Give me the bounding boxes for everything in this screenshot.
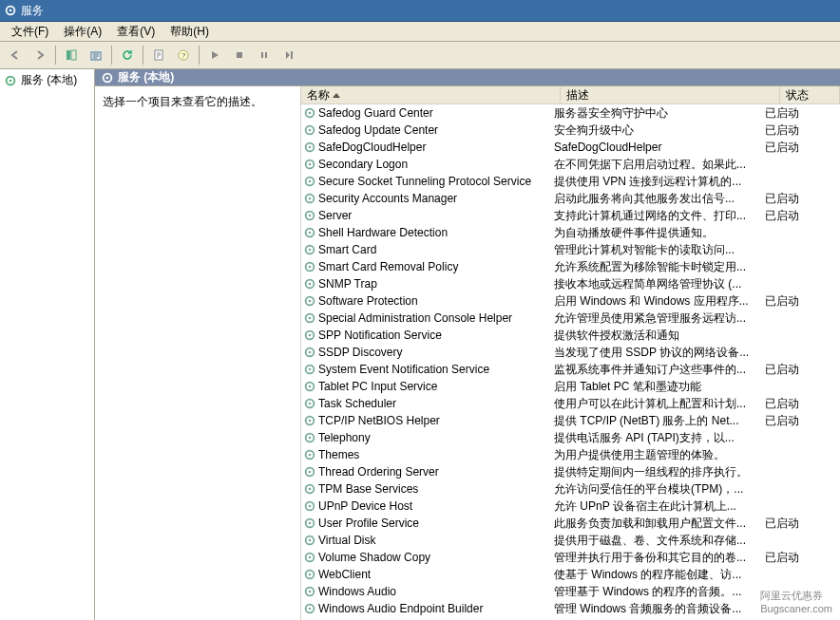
service-desc-cell: 安全狗升级中心	[552, 122, 763, 139]
service-row[interactable]: Smart Card管理此计算机对智能卡的读取访问...	[301, 241, 840, 258]
service-name-label: UPnP Device Host	[318, 499, 412, 513]
gear-icon	[303, 585, 316, 598]
svg-point-41	[309, 317, 312, 320]
menu-file[interactable]: 文件(F)	[4, 22, 56, 42]
service-name-label: SPP Notification Service	[318, 329, 442, 342]
service-row[interactable]: Security Accounts Manager启动此服务将向其他服务发出信号…	[301, 190, 840, 207]
svg-point-33	[309, 249, 312, 252]
service-row[interactable]: Shell Hardware Detection为自动播放硬件事件提供通知。	[301, 224, 840, 241]
show-hide-tree-button[interactable]	[60, 44, 83, 66]
gear-icon	[303, 158, 316, 171]
service-row[interactable]: Volume Shadow Copy管理并执行用于备份和其它目的的卷...已启动	[301, 549, 840, 566]
service-row[interactable]: TCP/IP NetBIOS Helper提供 TCP/IP (NetBT) 服…	[301, 412, 840, 429]
service-row[interactable]: Server支持此计算机通过网络的文件、打印...已启动	[301, 207, 840, 224]
properties-button[interactable]	[147, 44, 170, 66]
service-row[interactable]: Virtual Disk提供用于磁盘、卷、文件系统和存储...	[301, 532, 840, 549]
service-row[interactable]: UPnP Device Host允许 UPnP 设备宿主在此计算机上...	[301, 498, 840, 515]
service-row[interactable]: Secure Socket Tunneling Protocol Service…	[301, 173, 840, 190]
service-row[interactable]: TPM Base Services允许访问受信任的平台模块(TPM)，...	[301, 480, 840, 498]
service-name-label: TCP/IP NetBIOS Helper	[318, 414, 440, 427]
service-name-label: Tablet PC Input Service	[318, 380, 437, 393]
service-name-label: Smart Card Removal Policy	[318, 260, 458, 273]
service-row[interactable]: SNMP Trap接收本地或远程简单网络管理协议 (...	[301, 275, 840, 292]
back-button[interactable]	[4, 44, 27, 66]
column-header-name[interactable]: 名称	[301, 86, 561, 103]
service-row[interactable]: Safedog Guard Center服务器安全狗守护中心已启动	[301, 104, 840, 122]
service-desc-cell: SafeDogCloudHelper	[552, 141, 763, 154]
service-row[interactable]: SPP Notification Service提供软件授权激活和通知	[301, 327, 840, 344]
service-row[interactable]: Special Administration Console Helper允许管…	[301, 310, 840, 327]
toolbar-separator	[199, 46, 200, 65]
service-desc-cell: 提供电话服务 API (TAPI)支持，以...	[552, 430, 763, 446]
help-button[interactable]: ?	[172, 44, 195, 66]
service-name-cell: Themes	[301, 448, 552, 461]
service-row[interactable]: User Profile Service此服务负责加载和卸载用户配置文件...已…	[301, 515, 840, 532]
service-row[interactable]: Windows Audio管理基于 Windows 的程序的音频。...	[301, 583, 840, 600]
service-name-cell: SSDP Discovery	[301, 346, 552, 359]
service-row[interactable]: Secondary Logon在不同凭据下启用启动过程。如果此...	[301, 156, 840, 173]
menu-action[interactable]: 操作(A)	[56, 22, 109, 42]
service-name-label: Security Accounts Manager	[318, 192, 457, 205]
gear-icon	[303, 602, 316, 615]
service-name-label: Windows Audio Endpoint Builder	[318, 602, 483, 615]
service-row[interactable]: Tablet PC Input Service启用 Tablet PC 笔和墨迹…	[301, 378, 840, 395]
column-header-status[interactable]: 状态	[780, 86, 840, 103]
sort-ascending-icon	[333, 93, 340, 98]
service-name-label: WebClient	[318, 568, 371, 581]
service-row[interactable]: SSDP Discovery当发现了使用 SSDP 协议的网络设备...	[301, 344, 840, 361]
service-row[interactable]: Themes为用户提供使用主题管理的体验。	[301, 446, 840, 463]
service-desc-cell: 管理并执行用于备份和其它目的的卷...	[552, 550, 763, 566]
service-desc-cell: 提供软件授权激活和通知	[552, 328, 763, 344]
start-service-button[interactable]	[203, 44, 226, 66]
service-desc-cell: 使基于 Windows 的程序能创建、访...	[552, 567, 763, 583]
pause-service-button[interactable]	[253, 44, 276, 66]
content-pane: 服务 (本地) 选择一个项目来查看它的描述。 名称 描述 状态 Safedog …	[95, 69, 840, 620]
refresh-button[interactable]	[116, 44, 139, 66]
toolbar-separator	[111, 46, 112, 65]
service-row[interactable]: Thread Ordering Server提供特定期间内一组线程的排序执行。	[301, 463, 840, 480]
gear-icon	[303, 568, 316, 581]
svg-point-67	[309, 539, 312, 542]
service-row[interactable]: Telephony提供电话服务 API (TAPI)支持，以...	[301, 429, 840, 446]
tree-root-label: 服务 (本地)	[21, 72, 77, 88]
service-desc-cell: 使用户可以在此计算机上配置和计划...	[552, 396, 763, 412]
service-row[interactable]: Software Protection启用 Windows 和 Windows …	[301, 292, 840, 310]
tree-root-services[interactable]: 服务 (本地)	[2, 71, 92, 89]
service-row[interactable]: Windows Audio Endpoint Builder管理 Windows…	[301, 600, 840, 617]
service-desc-cell: 提供 TCP/IP (NetBT) 服务上的 Net...	[552, 413, 763, 429]
forward-button[interactable]	[29, 44, 51, 66]
menu-help[interactable]: 帮助(H)	[162, 22, 217, 42]
svg-point-63	[309, 505, 312, 508]
service-row[interactable]: WebClient使基于 Windows 的程序能创建、访...	[301, 566, 840, 583]
service-name-cell: TCP/IP NetBIOS Helper	[301, 414, 552, 427]
service-desc-cell: 允许系统配置为移除智能卡时锁定用...	[552, 259, 763, 275]
service-row[interactable]: Task Scheduler使用户可以在此计算机上配置和计划...已启动	[301, 395, 840, 412]
service-status-cell: 已启动	[763, 413, 814, 429]
service-name-cell: Secondary Logon	[301, 158, 552, 171]
svg-point-1	[10, 9, 12, 12]
svg-point-49	[309, 385, 312, 388]
restart-service-button[interactable]	[277, 44, 300, 66]
gear-icon	[303, 551, 316, 564]
service-row[interactable]: System Event Notification Service监视系统事件并…	[301, 361, 840, 378]
service-desc-cell: 接收本地或远程简单网络管理协议 (...	[552, 276, 763, 292]
svg-point-53	[309, 420, 312, 423]
service-row[interactable]: SafeDogCloudHelperSafeDogCloudHelper已启动	[301, 139, 840, 156]
service-desc-cell: 启动此服务将向其他服务发出信号...	[552, 191, 763, 207]
toolbar-separator	[143, 46, 143, 65]
service-row[interactable]: Smart Card Removal Policy允许系统配置为移除智能卡时锁定…	[301, 258, 840, 275]
export-list-button[interactable]	[85, 44, 107, 66]
gear-icon	[303, 431, 316, 444]
svg-point-61	[309, 488, 312, 491]
gear-icon	[303, 311, 316, 325]
svg-rect-10	[265, 52, 267, 58]
menu-view[interactable]: 查看(V)	[109, 22, 162, 42]
column-header-description[interactable]: 描述	[561, 86, 780, 103]
svg-rect-11	[291, 51, 293, 59]
service-name-cell: SNMP Trap	[301, 277, 552, 291]
service-name-label: Virtual Disk	[318, 534, 375, 547]
stop-service-button[interactable]	[228, 44, 251, 66]
svg-point-35	[309, 266, 312, 269]
svg-point-57	[309, 454, 312, 457]
service-row[interactable]: Safedog Update Center安全狗升级中心已启动	[301, 122, 840, 139]
